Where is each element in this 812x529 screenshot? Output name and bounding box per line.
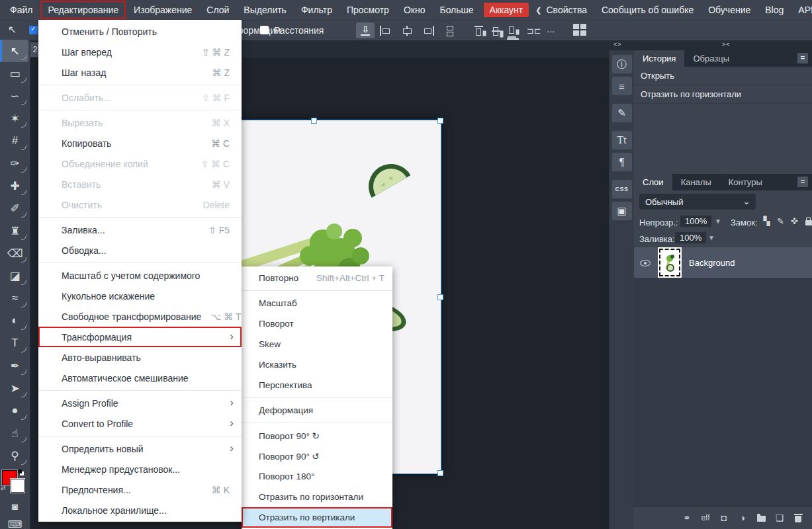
menu-api[interactable]: API (791, 1, 812, 19)
opacity-dropdown-arrow[interactable]: ▼ (715, 218, 721, 225)
selection-handle[interactable] (437, 470, 443, 476)
pen-tool[interactable]: ✒ (1, 354, 28, 377)
selection-handle[interactable] (311, 118, 317, 124)
layer-background[interactable]: Background (634, 247, 812, 278)
menu-item-preferences[interactable]: Предпочтения... ⌘ K (38, 479, 242, 500)
menu-learn[interactable]: Обучение (701, 1, 758, 19)
tab-channels[interactable]: Каналы (672, 174, 720, 190)
menu-item-auto-align[interactable]: Авто-выравнивать (38, 347, 242, 368)
menu-report-bug[interactable]: Сообщить об ошибке (594, 1, 701, 19)
fill-dropdown-arrow[interactable]: ▼ (708, 234, 715, 241)
menu-item-undo-redo[interactable]: Отменить / Повторить (38, 21, 242, 42)
menu-item-free-transform[interactable]: Свободное трансформирование ⌥ ⌘ T (38, 306, 242, 327)
link-layers-icon[interactable]: ⚭ (682, 512, 692, 523)
menu-view[interactable]: Просмотр (339, 1, 396, 19)
image-panel-icon[interactable]: ▣ (612, 202, 632, 220)
submenu-item-rotate-90-ccw[interactable]: Поворот 90° ↺ (242, 446, 392, 466)
menu-account[interactable]: Аккаунт (484, 3, 529, 17)
panels-collapse-icon[interactable]: >< (722, 41, 731, 48)
distribute-vertical-icon[interactable] (444, 26, 456, 36)
submenu-item-rotate-90-cw[interactable]: Поворот 90° ↻ (242, 425, 392, 446)
default-colors-icon[interactable] (18, 469, 22, 473)
character-panel-icon[interactable]: Tt (612, 131, 632, 149)
tab-paths[interactable]: Контуры (720, 174, 771, 190)
adjustment-layer-icon[interactable]: ◑ (738, 512, 747, 523)
submenu-item-rotate[interactable]: Поворот (242, 313, 392, 334)
submenu-item-flip-horizontal[interactable]: Отразить по горизонтали (242, 487, 392, 507)
brush-tool[interactable]: ✐ (1, 197, 28, 220)
selection-handle[interactable] (437, 118, 443, 124)
type-tool[interactable]: T (1, 332, 28, 354)
submenu-item-perspective[interactable]: Перспектива (242, 375, 392, 395)
layer-effects-icon[interactable]: eff (701, 512, 710, 523)
menu-item-step-back[interactable]: Шаг назад ⌘ Z (38, 62, 242, 83)
zoom-tool[interactable]: ⚲ (1, 444, 28, 467)
menu-item-fade[interactable]: Ослабить... ⇧ ⌘ F (38, 87, 242, 108)
all-properties-grid-icon[interactable] (573, 24, 588, 38)
spacing-icon[interactable]: ⊐⊏ (527, 26, 541, 36)
menu-item-preset-manager[interactable]: Менеджер предустановок... (38, 459, 242, 479)
menu-image[interactable]: Изображение (126, 1, 199, 19)
menu-item-puppet-warp[interactable]: Кукольное искажение (38, 286, 242, 306)
background-color-swatch[interactable] (11, 479, 24, 493)
blend-mode-select[interactable]: Обычный ⌄ (639, 194, 756, 210)
menu-item-stroke[interactable]: Обводка... (38, 240, 242, 261)
current-tool-indicator[interactable]: ↖ (8, 23, 17, 36)
menu-item-fill[interactable]: Заливка... ⇧ F5 (38, 220, 242, 240)
menu-edit[interactable]: Редактирование (40, 1, 126, 19)
new-folder-icon[interactable] (756, 512, 766, 523)
new-layer-icon[interactable]: ❏ (775, 512, 784, 523)
layer-thumbnail[interactable] (659, 249, 680, 276)
menu-item-convert-to-profile[interactable]: Convert to Profile (38, 413, 242, 434)
lock-all-icon[interactable] (803, 216, 812, 226)
tab-history[interactable]: История (634, 50, 684, 67)
menu-select[interactable]: Выделить (236, 1, 294, 19)
submenu-item-rotate-180[interactable]: Поворот 180° (242, 466, 392, 487)
shape-tool[interactable]: ● (1, 399, 28, 422)
layer-mask-icon[interactable]: ◘ (719, 512, 729, 523)
move-tool[interactable]: ↖ (1, 40, 28, 62)
menu-item-step-forward[interactable]: Шаг вперед ⇧ ⌘ Z (38, 42, 242, 62)
submenu-item-distort[interactable]: Исказить (242, 354, 392, 375)
paint-bucket-tool[interactable]: ◪ (1, 264, 28, 287)
menu-item-auto-blend[interactable]: Автоматическое смешивание (38, 368, 242, 388)
css-panel-icon[interactable]: CSS (612, 180, 632, 198)
fill-value[interactable]: 100% (675, 232, 706, 243)
delete-layer-icon[interactable] (793, 512, 803, 523)
lasso-tool[interactable]: ∽ (1, 85, 28, 107)
menu-blog[interactable]: Blog (758, 1, 791, 19)
submenu-item-again[interactable]: Повторно Shift+Alt+Ctrl + T (242, 268, 392, 288)
tab-swatches[interactable]: Образцы (684, 50, 738, 67)
download-button[interactable]: ⇩ (356, 22, 375, 38)
brush-settings-panel-icon[interactable]: ✎ (612, 104, 632, 122)
menu-filter[interactable]: Фильтр (294, 1, 339, 19)
menu-item-clear[interactable]: Очистить Delete (38, 194, 242, 215)
auto-select-checkbox[interactable] (29, 26, 38, 34)
menu-file[interactable]: Файл (3, 1, 40, 19)
blur-tool[interactable]: ≈ (1, 287, 28, 309)
menu-item-copy-merged[interactable]: Объединение копий ⇧ ⌘ C (38, 153, 242, 174)
panel-menu-button[interactable]: = (797, 53, 808, 63)
rect-select-tool[interactable]: ▭ (1, 62, 28, 85)
more-options-icon[interactable]: ... (547, 23, 555, 34)
path-select-tool[interactable]: ➤ (1, 377, 28, 399)
eraser-tool[interactable]: ⌫ (1, 242, 28, 264)
submenu-item-scale[interactable]: Масштаб (242, 293, 392, 313)
menu-more[interactable]: Больше (432, 1, 480, 19)
menu-layer[interactable]: Слой (199, 1, 236, 19)
quick-mask-button[interactable]: ◙ (1, 498, 28, 514)
align-bottom-icon[interactable] (507, 26, 519, 40)
submenu-item-warp[interactable]: Деформация (242, 400, 392, 421)
lock-position-icon[interactable]: ✜ (789, 216, 800, 226)
submenu-item-skew[interactable]: Skew (242, 334, 392, 354)
tab-layers[interactable]: Слои (634, 174, 672, 190)
align-top-icon[interactable] (474, 26, 486, 36)
submenu-item-flip-vertical[interactable]: Отразить по вертикали (242, 507, 392, 528)
hand-tool[interactable]: ☝ (1, 422, 28, 444)
menu-item-copy[interactable]: Копировать ⌘ C (38, 133, 242, 153)
swap-colors-icon[interactable]: ⇄ (1, 485, 6, 491)
history-entry[interactable]: Открыть (634, 67, 812, 85)
history-entry[interactable]: Отразить по горизонтали (634, 85, 812, 104)
dodge-tool[interactable]: ◐ (1, 309, 28, 332)
strip-collapse-icon[interactable]: <> (613, 41, 622, 48)
